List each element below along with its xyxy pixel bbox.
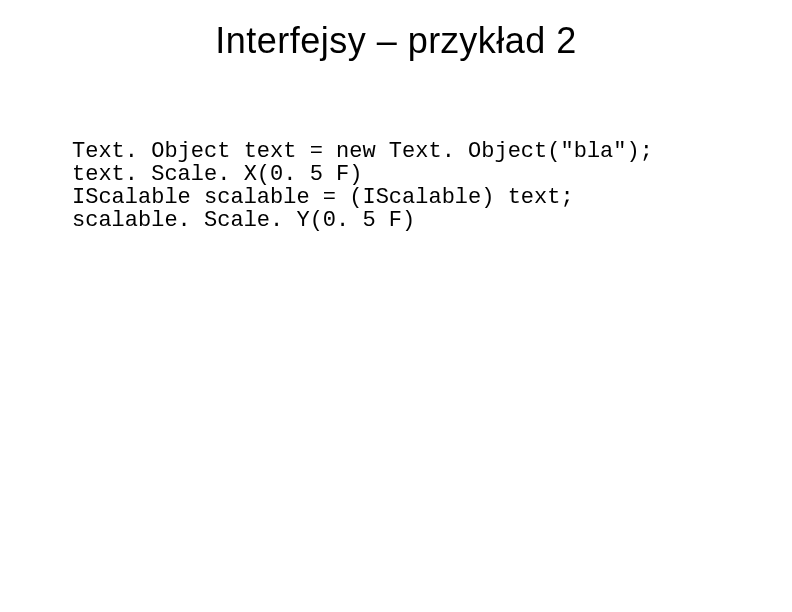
code-line-3: IScalable scalable = (IScalable) text; <box>72 185 574 210</box>
code-line-4: scalable. Scale. Y(0. 5 F) <box>72 208 415 233</box>
code-line-1: Text. Object text = new Text. Object("bl… <box>72 139 653 164</box>
slide: Interfejsy – przykład 2 Text. Object tex… <box>0 0 792 612</box>
code-block: Text. Object text = new Text. Object("bl… <box>72 140 732 232</box>
slide-title: Interfejsy – przykład 2 <box>0 20 792 62</box>
code-line-2: text. Scale. X(0. 5 F) <box>72 162 362 187</box>
